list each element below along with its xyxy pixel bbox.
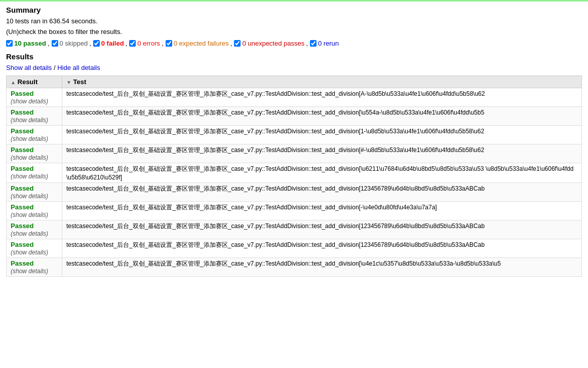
main-container: Summary 10 tests ran in 636.54 seconds. …: [0, 0, 588, 281]
show-details-link[interactable]: (show details): [11, 193, 48, 200]
results-table: ▲ Result ▼ Test Passed (show details)tes…: [6, 76, 582, 277]
filter-info: (Un)check the boxes to filter the result…: [6, 28, 582, 35]
sep-errors: ,: [162, 40, 164, 47]
result-cell: Passed (show details): [7, 202, 62, 220]
filter-errors: 0 errors ,: [129, 40, 163, 47]
rerun-label: 0 rerun: [318, 40, 339, 47]
table-row: Passed (show details)testcasecode/test_后…: [7, 258, 582, 277]
table-header-row: ▲ Result ▼ Test: [7, 76, 582, 88]
passed-text: Passed: [11, 165, 34, 172]
failed-label: 0 failed: [101, 40, 124, 47]
test-path-cell: testcasecode/test_后台_双创_基础设置_赛区管理_添加赛区_c…: [62, 183, 582, 202]
show-details-link[interactable]: (show details): [11, 135, 48, 142]
checkbox-rerun[interactable]: [310, 40, 317, 47]
passed-text: Passed: [11, 108, 34, 116]
test-path-cell: testcasecode/test_后台_双创_基础设置_赛区管理_添加赛区_c…: [62, 88, 582, 107]
test-path-cell: testcasecode/test_后台_双创_基础设置_赛区管理_添加赛区_c…: [62, 258, 582, 277]
table-row: Passed (show details)testcasecode/test_后…: [7, 183, 582, 202]
col-header-result[interactable]: ▲ Result: [7, 76, 62, 88]
test-path: testcasecode/test_后台_双创_基础设置_赛区管理_添加赛区_c…: [66, 109, 484, 116]
show-details-link[interactable]: (show details): [11, 249, 48, 256]
checkbox-expected-failures[interactable]: [166, 40, 172, 47]
filter-expected-failures: 0 expected failures ,: [166, 40, 232, 47]
show-details-link[interactable]: (show details): [11, 211, 48, 218]
passed-text: Passed: [11, 146, 34, 154]
test-path: testcasecode/test_后台_双创_基础设置_赛区管理_添加赛区_c…: [66, 223, 485, 230]
filter-unexpected-passes: 0 unexpected passes ,: [234, 40, 308, 47]
result-cell: Passed (show details): [7, 220, 62, 239]
test-path-cell: testcasecode/test_后台_双创_基础设置_赛区管理_添加赛区_c…: [62, 107, 582, 126]
show-details-link[interactable]: (show details): [11, 117, 48, 124]
test-path: testcasecode/test_后台_双创_基础设置_赛区管理_添加赛区_c…: [66, 146, 484, 154]
test-sort-arrow: ▼: [66, 80, 71, 85]
filter-passed: 10 passed ,: [6, 40, 50, 47]
result-cell: Passed (show details): [7, 126, 62, 144]
test-path-cell: testcasecode/test_后台_双创_基础设置_赛区管理_添加赛区_c…: [62, 202, 582, 220]
table-row: Passed (show details)testcasecode/test_后…: [7, 144, 582, 163]
checkbox-skipped[interactable]: [52, 40, 58, 47]
sep-passed: ,: [48, 40, 50, 47]
test-path: testcasecode/test_后台_双创_基础设置_赛区管理_添加赛区_c…: [66, 90, 485, 97]
table-row: Passed (show details)testcasecode/test_后…: [7, 163, 582, 183]
unexpected-passes-label: 0 unexpected passes: [242, 40, 304, 47]
details-links: Show all details / Hide all details: [6, 64, 582, 71]
show-details-link[interactable]: (show details): [11, 230, 48, 237]
test-path-cell: testcasecode/test_后台_双创_基础设置_赛区管理_添加赛区_c…: [62, 239, 582, 258]
summary-title: Summary: [6, 6, 582, 14]
sep-failed: ,: [126, 40, 128, 47]
results-title: Results: [6, 52, 582, 61]
result-sort-arrow: ▲: [11, 80, 16, 85]
show-details-link[interactable]: (show details): [11, 173, 48, 180]
test-path: testcasecode/test_后台_双创_基础设置_赛区管理_添加赛区_c…: [66, 185, 485, 192]
checkbox-unexpected-passes[interactable]: [234, 40, 241, 47]
test-path: testcasecode/test_后台_双创_基础设置_赛区管理_添加赛区_c…: [66, 241, 485, 248]
result-cell: Passed (show details): [7, 144, 62, 163]
test-path: testcasecode/test_后台_双创_基础设置_赛区管理_添加赛区_c…: [66, 165, 573, 181]
table-row: Passed (show details)testcasecode/test_后…: [7, 126, 582, 144]
table-row: Passed (show details)testcasecode/test_后…: [7, 202, 582, 220]
hide-all-details-link[interactable]: Hide all details: [57, 64, 100, 71]
passed-text: Passed: [11, 241, 34, 248]
passed-text: Passed: [11, 260, 34, 267]
show-all-details-link[interactable]: Show all details: [6, 64, 52, 71]
table-row: Passed (show details)testcasecode/test_后…: [7, 220, 582, 239]
sep-unexpected: ,: [306, 40, 308, 47]
passed-text: Passed: [11, 222, 34, 230]
errors-label: 0 errors: [137, 40, 160, 47]
checkbox-failed[interactable]: [93, 40, 100, 47]
passed-text: Passed: [11, 127, 34, 135]
result-cell: Passed (show details): [7, 107, 62, 126]
skipped-label: 0 skipped: [60, 40, 88, 47]
result-cell: Passed (show details): [7, 88, 62, 107]
table-row: Passed (show details)testcasecode/test_后…: [7, 107, 582, 126]
test-path: testcasecode/test_后台_双创_基础设置_赛区管理_添加赛区_c…: [66, 260, 501, 267]
filter-rerun: 0 rerun: [310, 40, 339, 47]
checkbox-passed[interactable]: [6, 40, 13, 47]
col-header-test[interactable]: ▼ Test: [62, 76, 582, 88]
result-cell: Passed (show details): [7, 163, 62, 183]
passed-label: 10 passed: [14, 40, 46, 47]
test-path: testcasecode/test_后台_双创_基础设置_赛区管理_添加赛区_c…: [66, 204, 437, 211]
filter-skipped: 0 skipped ,: [52, 40, 91, 47]
run-info: 10 tests ran in 636.54 seconds.: [6, 17, 582, 25]
result-cell: Passed (show details): [7, 183, 62, 202]
sep-skipped: ,: [89, 40, 91, 47]
filter-row: 10 passed , 0 skipped , 0 failed , 0 err…: [6, 40, 582, 47]
checkbox-errors[interactable]: [129, 40, 136, 47]
show-details-link[interactable]: (show details): [11, 154, 48, 161]
show-details-link[interactable]: (show details): [11, 268, 48, 275]
sep-expected: ,: [230, 40, 232, 47]
table-row: Passed (show details)testcasecode/test_后…: [7, 88, 582, 107]
passed-text: Passed: [11, 185, 34, 192]
test-path: testcasecode/test_后台_双创_基础设置_赛区管理_添加赛区_c…: [66, 128, 484, 135]
test-path-cell: testcasecode/test_后台_双创_基础设置_赛区管理_添加赛区_c…: [62, 220, 582, 239]
filter-failed: 0 failed ,: [93, 40, 127, 47]
test-path-cell: testcasecode/test_后台_双创_基础设置_赛区管理_添加赛区_c…: [62, 126, 582, 144]
result-cell: Passed (show details): [7, 258, 62, 277]
show-details-link[interactable]: (show details): [11, 98, 48, 105]
result-cell: Passed (show details): [7, 239, 62, 258]
table-row: Passed (show details)testcasecode/test_后…: [7, 239, 582, 258]
passed-text: Passed: [11, 203, 34, 211]
passed-text: Passed: [11, 90, 34, 97]
test-path-cell: testcasecode/test_后台_双创_基础设置_赛区管理_添加赛区_c…: [62, 163, 582, 183]
